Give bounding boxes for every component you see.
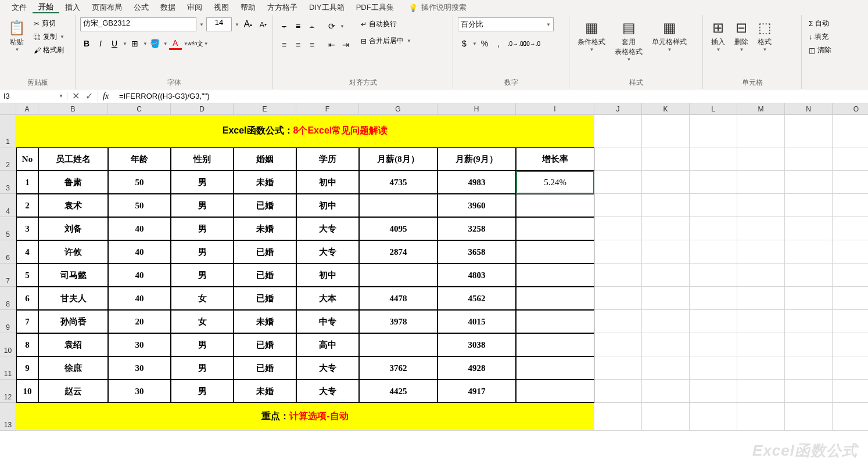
cell-empty[interactable]	[785, 333, 833, 356]
underline-button[interactable]: U	[108, 37, 121, 50]
cell-empty[interactable]	[785, 217, 833, 240]
header-6[interactable]: 月薪(8月）	[359, 147, 437, 171]
cell-empty[interactable]	[833, 403, 868, 431]
data-cell-r6-c1[interactable]: 孙尚香	[38, 310, 108, 333]
cell-empty[interactable]	[594, 380, 642, 403]
data-cell-r0-c0[interactable]: 1	[16, 171, 38, 194]
menu-公式[interactable]: 公式	[128, 2, 155, 13]
data-cell-r6-c4[interactable]: 未婚	[234, 310, 296, 333]
cell-empty[interactable]	[594, 217, 642, 240]
copy-button[interactable]: ⿻复制▼	[31, 31, 67, 43]
data-cell-r9-c2[interactable]: 30	[108, 380, 171, 403]
data-cell-r4-c4[interactable]: 已婚	[234, 264, 296, 287]
data-cell-r2-c3[interactable]: 男	[171, 217, 234, 240]
row-header-1[interactable]: 1	[0, 115, 16, 147]
data-cell-r1-c7[interactable]: 3960	[437, 194, 516, 217]
cell-empty[interactable]	[785, 194, 833, 217]
cell-empty[interactable]	[642, 194, 690, 217]
data-cell-r8-c4[interactable]: 已婚	[234, 356, 296, 380]
col-header-G[interactable]: G	[359, 103, 437, 115]
col-header-H[interactable]: H	[437, 103, 516, 115]
cell-empty[interactable]	[642, 171, 690, 194]
data-cell-r3-c6[interactable]: 2874	[359, 240, 437, 264]
align-left-button[interactable]: ≡	[278, 38, 290, 51]
font-color-button[interactable]: A	[169, 37, 182, 50]
data-cell-r1-c0[interactable]: 2	[16, 194, 38, 217]
data-cell-r5-c4[interactable]: 已婚	[234, 287, 296, 310]
cell-empty[interactable]	[594, 287, 642, 310]
data-cell-r1-c5[interactable]: 初中	[296, 194, 359, 217]
cell-empty[interactable]	[833, 356, 868, 380]
data-cell-r1-c6[interactable]	[359, 194, 437, 217]
data-cell-r9-c3[interactable]: 男	[171, 380, 234, 403]
data-cell-r3-c7[interactable]: 3658	[437, 240, 516, 264]
data-cell-r9-c0[interactable]: 10	[16, 380, 38, 403]
data-cell-r0-c8[interactable]: 5.24%	[516, 171, 594, 194]
cell-empty[interactable]	[785, 403, 833, 431]
data-cell-r7-c0[interactable]: 8	[16, 333, 38, 356]
cell-empty[interactable]	[594, 310, 642, 333]
data-cell-r1-c1[interactable]: 袁术	[38, 194, 108, 217]
data-cell-r2-c6[interactable]: 4095	[359, 217, 437, 240]
decrease-decimal-button[interactable]: .00→.0	[525, 37, 537, 50]
col-header-D[interactable]: D	[171, 103, 234, 115]
cell-empty[interactable]	[785, 240, 833, 264]
cell-empty[interactable]	[785, 115, 833, 147]
data-cell-r8-c6[interactable]: 3762	[359, 356, 437, 380]
menu-文件[interactable]: 文件	[6, 2, 33, 13]
cell-empty[interactable]	[737, 380, 785, 403]
cell-empty[interactable]	[690, 333, 737, 356]
decrease-indent-button[interactable]: ⇤	[325, 38, 338, 51]
data-cell-r4-c0[interactable]: 5	[16, 264, 38, 287]
data-cell-r0-c7[interactable]: 4983	[437, 171, 516, 194]
data-cell-r4-c5[interactable]: 初中	[296, 264, 359, 287]
align-bottom-button[interactable]: ⫠	[306, 20, 318, 33]
data-cell-r8-c5[interactable]: 大专	[296, 356, 359, 380]
increase-font-icon[interactable]: A▴	[242, 18, 254, 31]
data-cell-r5-c6[interactable]: 4478	[359, 287, 437, 310]
data-cell-r6-c0[interactable]: 7	[16, 310, 38, 333]
data-cell-r4-c7[interactable]: 4803	[437, 264, 516, 287]
header-4[interactable]: 婚姻	[234, 147, 296, 171]
menu-方方格子[interactable]: 方方格子	[261, 2, 303, 13]
col-header-M[interactable]: M	[737, 103, 785, 115]
row-header-6[interactable]: 6	[0, 240, 16, 264]
cell-empty[interactable]	[642, 287, 690, 310]
cell-empty[interactable]	[737, 217, 785, 240]
cell-empty[interactable]	[642, 310, 690, 333]
data-cell-r0-c1[interactable]: 鲁肃	[38, 171, 108, 194]
accounting-format-button[interactable]: $	[458, 37, 471, 50]
spreadsheet-grid[interactable]: ABCDEFGHIJKLMNO 12345678910111213 Excel函…	[0, 103, 868, 466]
col-header-A[interactable]: A	[16, 103, 38, 115]
font-size-select[interactable]: 14	[206, 17, 232, 31]
menu-PDF工具集[interactable]: PDF工具集	[350, 2, 400, 13]
cell-empty[interactable]	[690, 310, 737, 333]
cell-empty[interactable]	[737, 333, 785, 356]
data-cell-r4-c2[interactable]: 40	[108, 264, 171, 287]
data-cell-r9-c8[interactable]	[516, 380, 594, 403]
data-cell-r4-c1[interactable]: 司马懿	[38, 264, 108, 287]
cell-empty[interactable]	[833, 240, 868, 264]
cell-empty[interactable]	[785, 380, 833, 403]
data-cell-r5-c3[interactable]: 女	[171, 287, 234, 310]
formula-input[interactable]: =IFERROR((H3-G3)/G3,"")	[113, 92, 868, 100]
col-header-O[interactable]: O	[833, 103, 868, 115]
data-cell-r0-c4[interactable]: 未婚	[234, 171, 296, 194]
data-cell-r2-c7[interactable]: 3258	[437, 217, 516, 240]
data-cell-r1-c4[interactable]: 已婚	[234, 194, 296, 217]
align-top-button[interactable]: ⫟	[278, 20, 290, 33]
cells-area[interactable]: Excel函数公式：8个Excel常见问题解读No员工姓名年龄性别婚姻学历月薪(…	[16, 115, 868, 431]
data-cell-r0-c6[interactable]: 4735	[359, 171, 437, 194]
data-cell-r5-c0[interactable]: 6	[16, 287, 38, 310]
data-cell-r2-c4[interactable]: 未婚	[234, 217, 296, 240]
data-cell-r3-c0[interactable]: 4	[16, 240, 38, 264]
col-header-L[interactable]: L	[690, 103, 737, 115]
data-cell-r8-c0[interactable]: 9	[16, 356, 38, 380]
bold-button[interactable]: B	[80, 37, 93, 50]
data-cell-r7-c1[interactable]: 袁绍	[38, 333, 108, 356]
cell-empty[interactable]	[642, 115, 690, 147]
row-header-3[interactable]: 3	[0, 171, 16, 194]
cell-styles-button[interactable]: ▦单元格样式▼	[648, 17, 690, 55]
cell-empty[interactable]	[833, 171, 868, 194]
data-cell-r9-c6[interactable]: 4425	[359, 380, 437, 403]
